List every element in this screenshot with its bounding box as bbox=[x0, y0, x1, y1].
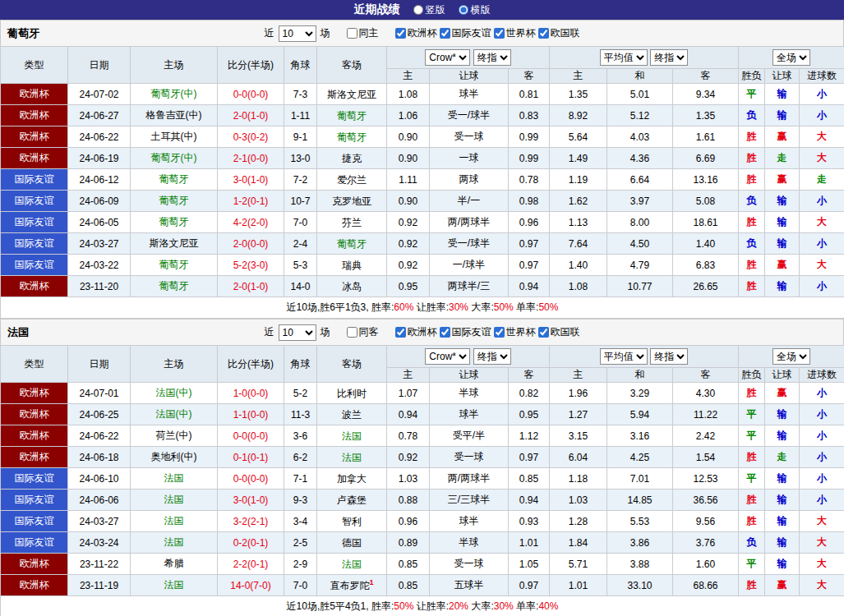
comp-filter-friendly-checkbox[interactable] bbox=[440, 327, 450, 338]
scope-select[interactable]: 全场 bbox=[773, 348, 810, 365]
comp-filter-nationsleague[interactable]: 欧国联 bbox=[538, 325, 580, 339]
sub-header-avg-home: 主 bbox=[550, 368, 607, 383]
col-header-home: 主场 bbox=[131, 47, 218, 84]
home-odds-cell: 0.85 bbox=[387, 575, 430, 596]
match-count-select[interactable]: 10 bbox=[279, 25, 316, 42]
home-odds-cell: 0.94 bbox=[387, 404, 430, 425]
odds-group-header: Crow* 终指 bbox=[387, 346, 550, 368]
col-header-corners: 角球 bbox=[284, 47, 317, 84]
score-cell: 0-0(0-0) bbox=[218, 425, 284, 447]
away-odds-cell: 0.95 bbox=[509, 404, 550, 425]
corners-cell: 3-6 bbox=[284, 425, 317, 447]
away-odds-cell: 0.99 bbox=[509, 126, 550, 148]
goals-result-cell: 大 bbox=[800, 554, 844, 575]
avg-home-cell: 1.03 bbox=[550, 490, 607, 511]
handicap-result-cell: 输 bbox=[765, 276, 800, 297]
result-cell: 胜 bbox=[739, 148, 765, 169]
comp-filter-worldcup-checkbox[interactable] bbox=[494, 327, 505, 338]
date-cell: 24-06-22 bbox=[68, 126, 131, 148]
sub-header-goals: 进球数 bbox=[800, 69, 844, 84]
avg-draw-cell: 4.50 bbox=[607, 233, 673, 255]
final-index-select-2[interactable]: 终指 bbox=[650, 49, 688, 66]
same-home-checkbox[interactable] bbox=[347, 28, 357, 39]
corners-cell: 5-2 bbox=[284, 383, 317, 404]
goals-result-cell: 小 bbox=[800, 191, 844, 212]
handicap-cell: 受平/半 bbox=[430, 425, 509, 447]
same-home-filter[interactable]: 同主 bbox=[347, 26, 379, 40]
portugal-section: 葡萄牙 近 10 场 同主 欧洲杯 国际友谊 bbox=[0, 20, 844, 319]
sub-header-handicap: 让球 bbox=[430, 69, 509, 84]
comp-filter-euro-checkbox[interactable] bbox=[395, 327, 406, 338]
average-select[interactable]: 平均值 bbox=[600, 49, 648, 66]
avg-home-cell: 5.64 bbox=[550, 126, 607, 148]
avg-draw-cell: 3.88 bbox=[607, 554, 673, 575]
col-header-date: 日期 bbox=[68, 346, 131, 383]
competition-cell: 国际友谊 bbox=[1, 532, 68, 554]
competition-cell: 国际友谊 bbox=[1, 191, 68, 212]
comp-filter-worldcup[interactable]: 世界杯 bbox=[494, 26, 536, 40]
away-odds-cell: 0.94 bbox=[509, 490, 550, 511]
avg-home-cell: 8.92 bbox=[550, 105, 607, 126]
horizontal-layout-radio[interactable] bbox=[459, 5, 468, 15]
vertical-layout-radio[interactable] bbox=[413, 5, 423, 15]
filter-controls: 近 10 场 同主 欧洲杯 国际友谊 bbox=[265, 25, 580, 42]
corners-cell: 2-5 bbox=[284, 532, 317, 554]
result-cell: 胜 bbox=[739, 383, 765, 404]
comp-filter-euro[interactable]: 欧洲杯 bbox=[395, 26, 437, 40]
comp-filter-friendly[interactable]: 国际友谊 bbox=[440, 325, 491, 339]
portugal-results-table: 类型 日期 主场 比分(半场) 角球 客场 Crow* 终指 平均值 终指 bbox=[0, 46, 844, 319]
home-odds-cell: 1.07 bbox=[387, 383, 430, 404]
comp-filter-nationsleague-checkbox[interactable] bbox=[538, 327, 549, 338]
match-count-select[interactable]: 10 bbox=[279, 324, 316, 341]
comp-filter-friendly-checkbox[interactable] bbox=[440, 28, 450, 39]
scope-select[interactable]: 全场 bbox=[773, 49, 810, 66]
final-index-select[interactable]: 终指 bbox=[473, 348, 511, 365]
date-cell: 24-06-10 bbox=[68, 468, 131, 490]
away-odds-cell: 0.96 bbox=[509, 212, 550, 233]
home-odds-cell: 0.78 bbox=[387, 425, 430, 447]
away-odds-cell: 0.97 bbox=[509, 255, 550, 276]
date-cell: 24-03-24 bbox=[68, 532, 131, 554]
comp-filter-euro-checkbox[interactable] bbox=[395, 28, 406, 39]
horizontal-layout-option[interactable]: 横版 bbox=[459, 3, 491, 17]
result-cell: 负 bbox=[739, 532, 765, 554]
date-cell: 24-06-09 bbox=[68, 191, 131, 212]
match-row: 国际友谊 24-03-27 斯洛文尼亚 2-0(0-0) 2-4 葡萄牙 0.9… bbox=[1, 233, 844, 255]
comp-filter-nationsleague[interactable]: 欧国联 bbox=[538, 26, 580, 40]
avg-away-cell: 9.56 bbox=[673, 511, 739, 532]
vertical-layout-option[interactable]: 竖版 bbox=[413, 3, 445, 17]
final-index-select[interactable]: 终指 bbox=[473, 49, 511, 66]
corners-cell: 5-3 bbox=[284, 255, 317, 276]
away-team-cell: 葡萄牙 bbox=[317, 105, 387, 126]
comp-filter-nationsleague-checkbox[interactable] bbox=[538, 28, 549, 39]
avg-away-cell: 5.08 bbox=[673, 191, 739, 212]
date-cell: 24-03-27 bbox=[68, 233, 131, 255]
corners-cell: 1-11 bbox=[284, 105, 317, 126]
avg-home-cell: 1.08 bbox=[550, 276, 607, 297]
comp-filter-worldcup-checkbox[interactable] bbox=[494, 28, 505, 39]
handicap-result-cell: 赢 bbox=[765, 255, 800, 276]
bookmaker-select[interactable]: Crow* bbox=[425, 348, 470, 365]
final-index-select-2[interactable]: 终指 bbox=[650, 348, 688, 365]
comp-filter-euro[interactable]: 欧洲杯 bbox=[395, 325, 437, 339]
bookmaker-select[interactable]: Crow* bbox=[425, 49, 470, 66]
score-cell: 3-0(1-0) bbox=[218, 490, 284, 511]
avg-away-cell: 1.40 bbox=[673, 233, 739, 255]
comp-filter-friendly[interactable]: 国际友谊 bbox=[440, 26, 491, 40]
handicap-cell: 一/球半 bbox=[430, 255, 509, 276]
avg-away-cell: 1.60 bbox=[673, 554, 739, 575]
unit-label: 场 bbox=[321, 26, 330, 40]
same-away-filter[interactable]: 同客 bbox=[347, 325, 379, 339]
away-odds-cell: 1.05 bbox=[509, 554, 550, 575]
same-away-checkbox[interactable] bbox=[347, 327, 357, 338]
away-team-name: 捷克 bbox=[342, 153, 362, 164]
avg-away-cell: 1.35 bbox=[673, 105, 739, 126]
avg-away-cell: 68.66 bbox=[673, 575, 739, 596]
score-cell: 2-2(0-1) bbox=[218, 554, 284, 575]
competition-cell: 欧洲杯 bbox=[1, 575, 68, 596]
away-team-name: 加拿大 bbox=[337, 473, 367, 485]
home-team-cell: 希腊 bbox=[131, 554, 218, 575]
average-select[interactable]: 平均值 bbox=[600, 348, 648, 365]
near-label: 近 bbox=[265, 26, 274, 40]
comp-filter-worldcup[interactable]: 世界杯 bbox=[494, 325, 536, 339]
